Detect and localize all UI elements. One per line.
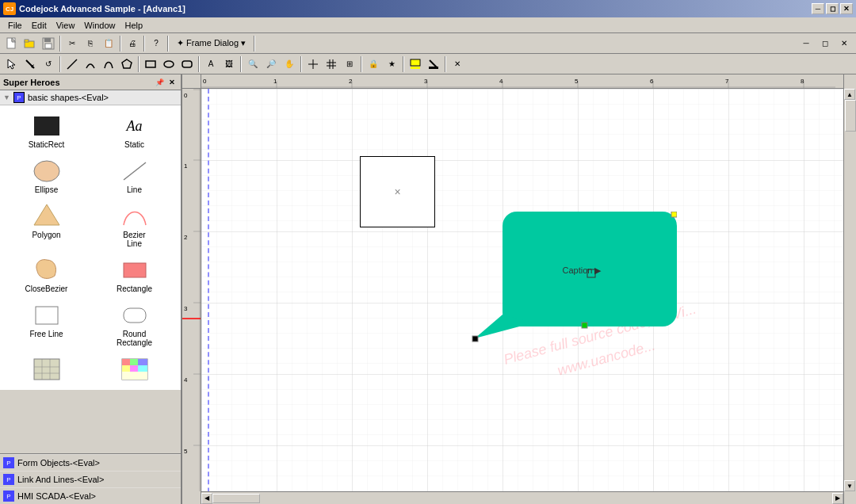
restore-button[interactable]: ◻ (826, 3, 839, 14)
menu-help[interactable]: Help (120, 19, 147, 32)
svg-marker-11 (122, 59, 132, 68)
fill-color-tool[interactable] (407, 55, 424, 73)
tree-root-item[interactable]: ▼ P basic shapes-<Eval> (0, 90, 181, 105)
paste-button[interactable]: 📋 (100, 35, 117, 52)
mdi-close[interactable]: ✕ (835, 35, 853, 52)
static-rect-canvas (31, 112, 63, 140)
vscroll-down-button[interactable]: ▼ (844, 480, 855, 491)
extra-item-1[interactable] (3, 352, 90, 387)
line-color-tool[interactable] (425, 55, 442, 73)
vscroll-thumb[interactable] (845, 100, 856, 132)
bezier-tool[interactable] (100, 55, 117, 73)
menu-edit[interactable]: Edit (27, 19, 52, 32)
rect-tool[interactable] (142, 55, 159, 73)
hscrollbar-row: ◀ ▶ (182, 491, 856, 504)
vscroll-track[interactable] (844, 100, 856, 480)
open-button[interactable] (21, 35, 39, 52)
line-canvas (119, 157, 151, 185)
callout-shape[interactable]: Caption ▶ (471, 212, 677, 348)
cut-button[interactable]: ✂ (63, 35, 81, 52)
polygon-tool[interactable] (118, 55, 136, 73)
mdi-restore[interactable]: ◻ (816, 35, 834, 52)
svg-text:1: 1 (184, 162, 188, 170)
ellipse-item[interactable]: Ellipse (3, 154, 90, 197)
round-rect-tool[interactable] (178, 55, 196, 73)
svg-rect-40 (138, 359, 147, 365)
arc-tool[interactable] (82, 55, 99, 73)
hscroll-thumb[interactable] (212, 494, 260, 503)
static-rect-item[interactable]: StaticRect (3, 109, 90, 152)
image-tool[interactable]: 🖼 (220, 55, 238, 73)
hscroll-track[interactable] (212, 494, 832, 503)
bezier-item[interactable]: Bezier Line (91, 199, 178, 251)
extra-canvas-2 (119, 355, 151, 384)
svg-rect-85 (671, 212, 677, 217)
sep12 (403, 56, 404, 72)
title-bar-text: Codejock Advanced Sample - [Advanc1] (19, 4, 185, 13)
line-item[interactable]: Line (91, 154, 178, 197)
grid-tool[interactable] (323, 55, 340, 73)
canvas-area[interactable]: <Demo Edition> Please full source code, … (201, 89, 856, 491)
panel-header-icons: 📌 ✕ (154, 77, 178, 88)
extra-item-2[interactable] (91, 352, 178, 387)
free-line-item[interactable]: Free Line (3, 298, 90, 350)
static-text-item[interactable]: Aa Static (91, 109, 178, 152)
layer-tool[interactable]: ⊞ (341, 55, 358, 73)
ruler-corner-right (843, 74, 856, 89)
frame-dialog-button[interactable]: ✦ Frame Dialog ▾ (171, 35, 251, 52)
polygon-item[interactable]: Polygon (3, 199, 90, 251)
vscrollbar[interactable]: ▲ ▼ (843, 89, 856, 491)
ellipse-tool[interactable] (160, 55, 178, 73)
menu-window[interactable]: Window (79, 19, 120, 32)
line-tool[interactable] (63, 55, 81, 73)
star-tool[interactable]: ★ (383, 55, 400, 73)
rectangle-item[interactable]: Rectangle (91, 253, 178, 296)
round-rect-item[interactable]: Round Rectangle (91, 298, 178, 350)
panel-close-icon[interactable]: ✕ (166, 77, 178, 88)
bezier-canvas (119, 202, 151, 231)
svg-rect-3 (25, 40, 29, 42)
save-button[interactable] (40, 35, 57, 52)
link-lines-icon: P (3, 474, 14, 485)
ellipse-canvas (31, 157, 63, 185)
print-button[interactable]: 🖨 (124, 35, 141, 52)
hmi-scada-item[interactable]: P HMI SCADA-<Eval> (0, 487, 181, 504)
menu-file[interactable]: File (3, 19, 27, 32)
close-bezier-canvas (31, 256, 63, 284)
sep4 (167, 36, 169, 52)
menu-view[interactable]: View (52, 19, 80, 32)
title-bar-controls: ─ ◻ ✕ (812, 3, 853, 14)
svg-rect-39 (130, 359, 138, 365)
text-tool[interactable]: A (202, 55, 220, 73)
connector-tool[interactable] (304, 55, 322, 73)
zoom-out-tool[interactable]: 🔎 (262, 55, 280, 73)
svg-text:3: 3 (184, 305, 188, 312)
vscroll-up-button[interactable]: ▲ (844, 89, 855, 100)
link-lines-item[interactable]: P Link And Lines-<Eval> (0, 471, 181, 487)
close-button[interactable]: ✕ (840, 3, 853, 14)
rotate-tool[interactable]: ↺ (40, 55, 57, 73)
sep1 (59, 36, 61, 52)
select-tool[interactable] (3, 55, 21, 73)
svg-point-26 (34, 161, 59, 181)
pan-tool[interactable]: ✋ (281, 55, 298, 73)
hscroll-right-button[interactable]: ▶ (832, 493, 843, 504)
hscroll-corner-left (182, 491, 201, 504)
close-bezier-item[interactable]: CloseBezier (3, 253, 90, 296)
rect-shape[interactable]: × (360, 156, 435, 227)
ellipse-label: Ellipse (35, 185, 58, 194)
hscroll-left-button[interactable]: ◀ (201, 493, 212, 504)
hscrollbar[interactable]: ◀ ▶ (201, 491, 843, 504)
pointer-tool[interactable] (21, 55, 39, 73)
new-button[interactable] (3, 35, 21, 52)
form-objects-item[interactable]: P Form Objects-<Eval> (0, 454, 181, 471)
help-button[interactable]: ? (147, 35, 165, 52)
zoom-in-tool[interactable]: 🔍 (244, 55, 262, 73)
delete-tool[interactable]: ✕ (449, 55, 466, 73)
palette-scroll[interactable]: ▼ P basic shapes-<Eval> StaticRect Aa (0, 90, 181, 453)
minimize-button[interactable]: ─ (812, 3, 824, 14)
mdi-minimize[interactable]: ─ (797, 35, 815, 52)
lock-tool[interactable]: 🔒 (365, 55, 382, 73)
panel-pin-icon[interactable]: 📌 (154, 77, 165, 88)
copy-button[interactable]: ⎘ (82, 35, 99, 52)
